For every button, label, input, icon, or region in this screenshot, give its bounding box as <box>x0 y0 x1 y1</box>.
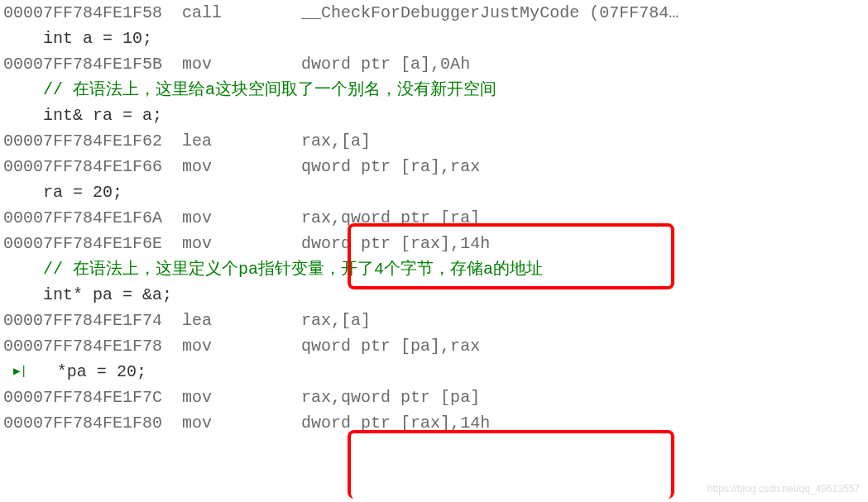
address: 00007FF784FE1F6E <box>3 234 162 253</box>
mnemonic: mov <box>182 157 212 176</box>
source-code: int a = 10; <box>3 29 152 48</box>
comment-text: // 在语法上，这里给a这块空间取了一个别名，没有新开空间 <box>3 80 496 99</box>
address: 00007FF784FE1F66 <box>3 157 162 176</box>
mnemonic: mov <box>182 337 212 356</box>
watermark: https://blog.csdn.net/qq_49613557 <box>707 481 860 497</box>
operand: dword ptr [rax],14h <box>301 234 490 253</box>
mnemonic: mov <box>182 55 212 74</box>
source-code: *pa = 20; <box>27 362 146 381</box>
highlight-box-2 <box>348 430 674 499</box>
operand: rax,qword ptr [pa] <box>301 388 480 407</box>
source-line: int a = 10; <box>3 26 865 51</box>
mnemonic: mov <box>182 388 212 407</box>
address: 00007FF784FE1F7C <box>3 388 162 407</box>
mnemonic: mov <box>182 234 212 253</box>
mnemonic: lea <box>182 131 212 151</box>
asm-line: 00007FF784FE1F66 mov qword ptr [ra],rax <box>3 154 865 179</box>
source-code: ra = 20; <box>3 183 122 202</box>
mnemonic: mov <box>182 414 212 433</box>
operand: rax,[a] <box>301 131 371 151</box>
mnemonic: mov <box>182 208 212 227</box>
source-code: int& ra = a; <box>3 106 162 125</box>
source-comment-line: // 在语法上，这里定义个pa指针变量，开了4个字节，存储a的地址 <box>3 256 865 282</box>
asm-line: 00007FF784FE1F7C mov rax,qword ptr [pa] <box>3 385 865 410</box>
source-line: ra = 20; <box>3 179 865 205</box>
asm-line: 00007FF784FE1F6A mov rax,qword ptr [ra] <box>3 205 865 231</box>
operand: dword ptr [a],0Ah <box>301 55 470 74</box>
address: 00007FF784FE1F6A <box>3 208 162 227</box>
asm-line: 00007FF784FE1F5B mov dword ptr [a],0Ah <box>3 51 865 77</box>
current-execution-line: ▶| *pa = 20; <box>3 359 865 385</box>
address: 00007FF784FE1F80 <box>3 414 162 433</box>
operand: rax,qword ptr [ra] <box>301 208 480 227</box>
operand: qword ptr [pa],rax <box>301 337 480 356</box>
address: 00007FF784FE1F62 <box>3 131 162 151</box>
operand: dword ptr [rax],14h <box>301 414 490 433</box>
asm-line: 00007FF784FE1F6E mov dword ptr [rax],14h <box>3 231 865 256</box>
source-line: int* pa = &a; <box>3 282 865 308</box>
mnemonic: lea <box>182 311 212 330</box>
disassembly-view: 00007FF784FE1F58 call __CheckForDebugger… <box>0 0 868 436</box>
execution-pointer-icon: ▶| <box>13 363 27 381</box>
asm-line: 00007FF784FE1F58 call __CheckForDebugger… <box>3 0 865 26</box>
operand: __CheckForDebuggerJustMyCode (07FF784… <box>301 3 679 22</box>
source-line: int& ra = a; <box>3 103 865 128</box>
address: 00007FF784FE1F58 <box>3 3 162 22</box>
source-code: int* pa = &a; <box>3 285 172 304</box>
source-comment-line: // 在语法上，这里给a这块空间取了一个别名，没有新开空间 <box>3 77 865 103</box>
asm-line: 00007FF784FE1F78 mov qword ptr [pa],rax <box>3 333 865 359</box>
asm-line: 00007FF784FE1F62 lea rax,[a] <box>3 128 865 154</box>
address: 00007FF784FE1F5B <box>3 55 162 74</box>
asm-line: 00007FF784FE1F80 mov dword ptr [rax],14h <box>3 410 865 436</box>
address: 00007FF784FE1F78 <box>3 337 162 356</box>
operand: rax,[a] <box>301 311 371 330</box>
asm-line: 00007FF784FE1F74 lea rax,[a] <box>3 308 865 333</box>
mnemonic: call <box>182 3 222 22</box>
address: 00007FF784FE1F74 <box>3 311 162 330</box>
comment-text: // 在语法上，这里定义个pa指针变量，开了4个字节，存储a的地址 <box>3 260 543 279</box>
operand: qword ptr [ra],rax <box>301 157 480 176</box>
